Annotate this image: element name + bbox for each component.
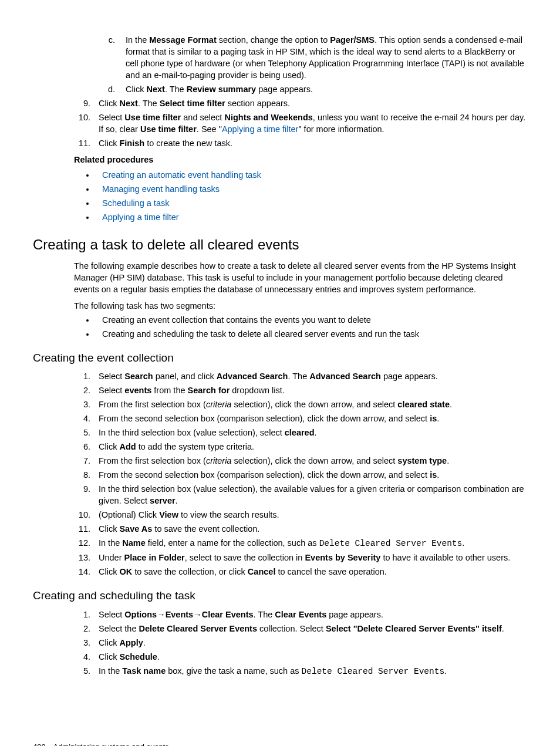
- text: box, give the task a name, such as: [166, 666, 301, 676]
- page-content: In the Message Format section, change th…: [0, 0, 560, 746]
- segment-item: Creating and scheduling the task to dele…: [95, 328, 527, 340]
- text: Nights and Weekends: [224, 113, 312, 122]
- text: View: [159, 510, 178, 519]
- text: Save As: [119, 524, 152, 534]
- step-item: Select the Delete Cleared Server Events …: [93, 623, 527, 634]
- text: Add: [119, 442, 136, 451]
- step-item: Under Place in Folder, select to save th…: [93, 552, 527, 563]
- alpha-list-container: In the Message Format section, change th…: [96, 34, 527, 95]
- step-item: From the first selection box (criteria s…: [93, 455, 527, 467]
- text: " for more infiormation.: [298, 124, 384, 134]
- text: . The: [138, 99, 160, 108]
- text: Pager/SMS: [330, 35, 375, 45]
- heading-create-delete-task: Creating a task to delete all cleared ev…: [33, 235, 527, 254]
- text: (Optional) Click: [99, 510, 159, 519]
- text: Delete Cleared Server Events: [319, 539, 463, 548]
- text: Click: [99, 638, 119, 647]
- numeric-item: Click Finish to create the new task.: [93, 137, 527, 149]
- related-link[interactable]: Scheduling a task: [102, 198, 169, 208]
- text: In the: [126, 35, 149, 45]
- related-procedures-list: Creating an automatic event handling tas…: [74, 169, 527, 223]
- step-item: Select Options→Events→Clear Events. The …: [93, 609, 527, 620]
- text: cleared state: [397, 400, 450, 409]
- text: Delete Cleared Server Events: [302, 667, 445, 676]
- text: . The: [165, 85, 187, 94]
- text: . The: [254, 610, 275, 619]
- text: page appears.: [326, 610, 383, 619]
- link[interactable]: Applying a time filter: [222, 124, 299, 134]
- text: →: [193, 610, 202, 619]
- step-item: In the Name field, enter a name for the …: [93, 537, 527, 549]
- text: is: [430, 470, 437, 480]
- text: Click: [99, 652, 119, 661]
- text: .: [157, 652, 160, 661]
- text: is: [430, 414, 437, 423]
- section2-body: The following example describes how to c…: [74, 260, 527, 340]
- text: to add the system type criteria.: [136, 442, 254, 451]
- related-item: Scheduling a task: [95, 197, 527, 209]
- text: .: [437, 470, 439, 480]
- text: .: [437, 414, 439, 423]
- text: field, enter a name for the collection, …: [146, 538, 319, 548]
- numeric-item: Click Next. The Select time filter secti…: [93, 97, 527, 109]
- text: Under: [99, 553, 124, 562]
- text: In the third selection box (value select…: [99, 428, 285, 437]
- text: Select: [99, 386, 124, 395]
- text: Options: [124, 610, 157, 619]
- text: Select: [99, 372, 124, 381]
- segment-item: Creating an event collection that contai…: [95, 314, 527, 326]
- related-item: Creating an automatic event handling tas…: [95, 169, 527, 181]
- text: Select the: [99, 624, 139, 633]
- section2-para1: The following example describes how to c…: [74, 260, 527, 295]
- related-link[interactable]: Creating an automatic event handling tas…: [102, 170, 261, 180]
- step-item: In the third selection box (value select…: [93, 427, 527, 438]
- text: .: [502, 624, 504, 633]
- heading-create-schedule-task: Creating and scheduling the task: [33, 588, 527, 603]
- related-link[interactable]: Applying a time filter: [102, 212, 179, 222]
- text: page appears.: [256, 85, 313, 94]
- numeric-item: Select Use time filter and select Nights…: [93, 112, 527, 135]
- text: From the first selection box (: [99, 400, 206, 409]
- section2-para2: The following task has two segments:: [74, 300, 527, 312]
- text: Advanced Search: [217, 372, 288, 381]
- text: .: [143, 638, 146, 647]
- related-procedures-heading: Related procedures: [74, 154, 527, 166]
- step-item: Click Add to add the system type criteri…: [93, 441, 527, 453]
- segments-list: Creating an event collection that contai…: [74, 314, 527, 340]
- text: →: [157, 610, 166, 619]
- step-item: Select events from the Search for dropdo…: [93, 384, 527, 396]
- text: .: [447, 456, 449, 465]
- text: Search for: [188, 386, 230, 395]
- text: Clear Events: [275, 610, 326, 619]
- text: to create the new task.: [144, 139, 232, 148]
- text: Advanced Search: [309, 372, 381, 381]
- text: selection), click the down arrow, and se…: [231, 456, 397, 465]
- text: Select: [99, 610, 124, 619]
- text: events: [124, 386, 151, 395]
- text: criteria: [206, 456, 232, 465]
- related-link[interactable]: Managing event handling tasks: [102, 184, 220, 194]
- step-item: Select Search panel, and click Advanced …: [93, 370, 527, 382]
- text: .: [176, 496, 178, 505]
- step-item: From the first selection box (criteria s…: [93, 399, 527, 410]
- text: dropdown list.: [230, 386, 285, 395]
- text: Events by Severity: [305, 553, 380, 562]
- related-item: Managing event handling tasks: [95, 183, 527, 195]
- text: and select: [181, 113, 224, 122]
- text: Next: [146, 85, 164, 94]
- text: to have it available to other users.: [380, 553, 510, 562]
- text: criteria: [206, 400, 232, 409]
- alpha-item: In the Message Format section, change th…: [117, 34, 527, 81]
- text: Finish: [119, 139, 144, 148]
- text: .: [315, 428, 317, 437]
- text: From the second selection box (compariso…: [99, 470, 430, 480]
- step-item: Click OK to save the collection, or clic…: [93, 566, 527, 578]
- text: server: [150, 496, 176, 505]
- step-item: Click Apply.: [93, 637, 527, 649]
- related-item: Applying a time filter: [95, 211, 527, 223]
- text: Review summary: [187, 85, 256, 94]
- text: to cancel the save operation.: [275, 567, 386, 576]
- text: Click: [99, 567, 119, 576]
- step-item: Click Schedule.: [93, 651, 527, 663]
- text: to save the event collection.: [152, 524, 259, 534]
